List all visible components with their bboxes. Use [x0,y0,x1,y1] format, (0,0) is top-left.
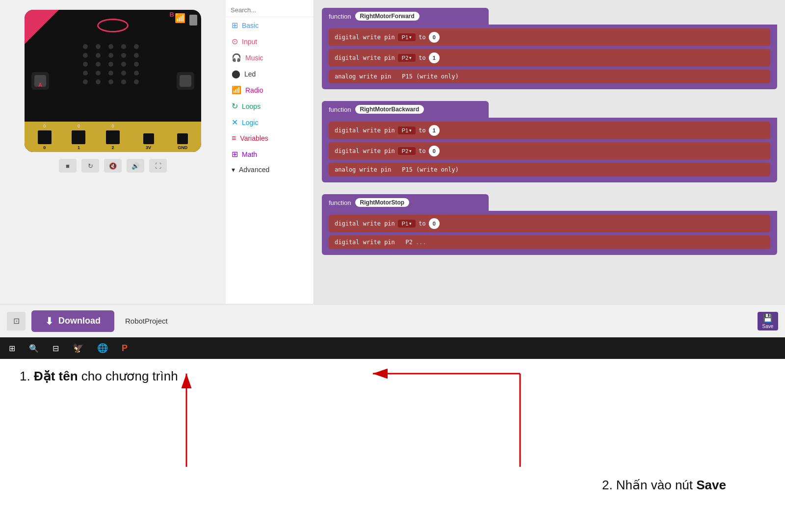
download-label: Download [58,316,101,326]
function-block-2: function RightMotorStop digital write pi… [322,194,777,255]
taskbar-eagle[interactable]: 🦅 [69,341,87,355]
code-row-0-2: analog write pin P15 (write only) [329,70,770,83]
function-header-2: function RightMotorStop [322,194,489,211]
value-badge-0[interactable]: 0 [429,32,440,43]
function-keyword-1: function [329,106,351,113]
search-input[interactable] [231,6,313,14]
pin-1[interactable] [72,130,85,144]
simulator-panel: 📶 B A [0,0,226,304]
search-bar: 🔍 [226,3,314,17]
code-row-1-1: digital write pin P2 ▾ to 0 [329,142,770,160]
code-row-2-1: digital write pin P2 ... [329,235,770,249]
input-label: Input [242,38,257,46]
led-label: Led [244,70,256,78]
button-b[interactable] [177,72,194,90]
project-name-input[interactable] [125,315,218,327]
pin-3v[interactable] [143,133,154,144]
function-keyword-0: function [329,13,351,20]
download-button[interactable]: ⬇ Download [31,310,114,332]
pins-area: 0 0 0 1 0 2 [25,122,201,152]
annotation-section: 1. Đặt tên cho chương trình 2. Nhấn vào … [0,359,785,532]
code-row-1-0: digital write pin P1 ▾ to 1 [329,122,770,139]
category-advanced[interactable]: ▾ Advanced [226,162,314,177]
category-loops[interactable]: ↻ Loops [226,98,314,114]
taskbar-chrome[interactable]: 🌐 [93,341,112,355]
category-logic[interactable]: ✕ Logic [226,114,314,130]
function-keyword-2: function [329,199,351,206]
taskbar: ⊞ 🔍 ⊟ 🦅 🌐 P [0,337,785,359]
value-badge-1[interactable]: 1 [429,52,440,63]
simulator-controls: ■ ↻ 🔇 🔊 ⛶ [59,159,167,173]
category-music[interactable]: 🎧 Music [226,50,314,66]
microbit-top-corner [25,10,59,44]
math-label: Math [242,151,257,158]
loops-label: Loops [242,102,261,110]
category-basic[interactable]: ⊞ Basic [226,17,314,33]
project-name-area [120,315,752,327]
b-label: B [170,11,174,18]
restart-button[interactable]: ↻ [81,159,99,173]
microbit-usb [189,15,197,25]
microbit-led-indicator [97,19,129,32]
button-a[interactable]: A [31,72,49,90]
stop-button[interactable]: ■ [59,159,77,173]
download-icon: ⬇ [45,315,53,327]
code-row-2-0: digital write pin P1 ▾ to 0 [329,215,770,232]
logic-icon: ✕ [232,118,238,127]
code-row-1-2: analog write pin P15 (write only) [329,163,770,177]
music-label: Music [245,54,263,62]
fullscreen-button[interactable]: ⛶ [149,159,167,173]
music-icon: 🎧 [232,53,241,62]
main-area: 📶 B A [0,0,785,304]
taskbar-powerpoint[interactable]: P [118,341,131,355]
basic-icon: ⊞ [232,21,238,30]
variables-icon: ≡ [232,134,236,143]
function-name-badge-2: RightMotorStop [355,198,410,207]
value-badge-1-1[interactable]: 0 [429,146,440,156]
math-icon: ⊞ [232,150,238,159]
category-led[interactable]: ⬤ Led [226,66,314,82]
category-variables[interactable]: ≡ Variables [226,130,314,146]
led-grid [83,44,143,84]
category-input[interactable]: ⊙ Input [226,33,314,50]
input-icon: ⊙ [232,37,238,46]
pin-badge-1-p2[interactable]: P2 ▾ [398,147,416,155]
pin-badge-p1[interactable]: P1 ▾ [398,33,416,41]
category-math[interactable]: ⊞ Math [226,146,314,162]
volume-button[interactable]: 🔊 [127,159,144,173]
microbit-top-right [189,15,197,25]
function-header-0: function RightMotorForward [322,8,489,25]
radio-icon: 📶 [232,85,241,95]
pin-gnd[interactable] [177,133,188,144]
taskbar-multitasking[interactable]: ⊟ [49,342,63,355]
loops-icon: ↻ [232,101,238,111]
taskbar-search[interactable]: 🔍 [25,342,43,355]
value-badge-1-0[interactable]: 1 [429,125,440,136]
save-button[interactable]: 💾 Save [758,312,778,330]
function-block-0: function RightMotorForward digital write… [322,8,777,89]
pin-2[interactable] [106,130,120,144]
function-header-1: function RightMotorBackward [322,101,489,118]
function-block-1: function RightMotorBackward digital writ… [322,101,777,182]
led-icon: ⬤ [232,69,240,78]
function-body-1: digital write pin P1 ▾ to 1 digital writ… [322,118,777,182]
pin-badge-p2[interactable]: P2 ▾ [398,54,416,62]
code-row-0-1: digital write pin P2 ▾ to 1 [329,49,770,67]
pin-badge-1-p1[interactable]: P1 ▾ [398,127,416,134]
function-name-badge-0: RightMotorForward [355,12,419,21]
microbit-device: 📶 B A [25,10,201,152]
function-body-0: digital write pin P1 ▾ to 0 digital writ… [322,25,777,89]
collapse-button[interactable]: ⊡ [7,312,26,330]
function-body-2: digital write pin P1 ▾ to 0 digital writ… [322,211,777,255]
taskbar-start[interactable]: ⊞ [5,342,19,355]
mute-button[interactable]: 🔇 [104,159,122,173]
blocks-area: function RightMotorForward digital write… [314,0,785,304]
microbit-radio-icon: 📶 [175,13,185,24]
pin-0[interactable] [38,130,52,144]
value-badge-2-0[interactable]: 0 [429,218,440,229]
category-radio[interactable]: 📶 Radio [226,82,314,98]
bottom-bar: ⊡ ⬇ Download 💾 Save [0,304,785,337]
pin-badge-2-p1[interactable]: P1 ▾ [398,220,416,228]
save-label: Save [762,324,774,329]
annotation-arrows [0,359,785,532]
